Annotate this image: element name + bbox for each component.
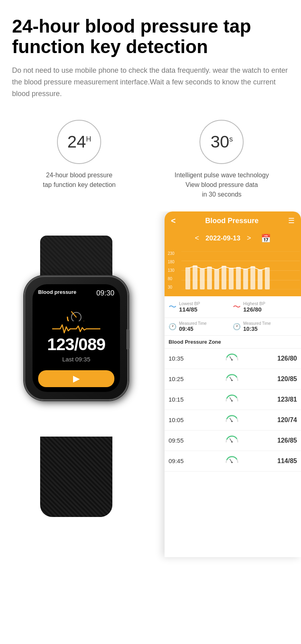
clock-icon-1: 🕐 <box>169 323 177 330</box>
bp-chart <box>181 251 300 289</box>
main-title: 24-hour blood pressure tap function key … <box>12 16 289 57</box>
watch-body: Blood pressure 09:30 <box>16 236 136 517</box>
gauge-icon <box>195 415 269 425</box>
clock-icon-2: 🕐 <box>233 323 241 330</box>
watch-play-button[interactable]: ▶ <box>38 370 114 387</box>
measured-value-2: 10:35 <box>243 326 271 332</box>
svg-rect-14 <box>229 268 234 289</box>
feature-24h-circle: 24H <box>57 120 101 164</box>
feature-30s-desc: Intelligent pulse wave technologyView bl… <box>175 170 269 199</box>
bp-row-time: 10:15 <box>169 396 195 403</box>
stat-lowest-content: Lowest BP 114/85 <box>179 301 200 313</box>
subtitle: Do not need to use mobile phone to check… <box>12 65 289 99</box>
svg-rect-11 <box>207 267 212 289</box>
gauge-svg <box>225 456 239 464</box>
chart-y-30: 30 <box>168 285 175 289</box>
watch-container: Blood pressure 09:30 <box>0 236 165 549</box>
bp-table-row: 10:35 126/80 <box>165 349 301 369</box>
bp-table-row: 10:15 123/81 <box>165 390 301 410</box>
bp-row-value: 120/74 <box>269 416 297 424</box>
bp-table-row: 10:25 120/85 <box>165 369 301 390</box>
stat-highest: 〜 Highest BP 126/80 <box>233 301 297 313</box>
feature-24h-number: 24H <box>67 132 92 152</box>
bp-row-time: 09:45 <box>169 457 195 464</box>
measured-item-2: 🕐 Measured Time 10:35 <box>233 321 297 332</box>
stat-highest-content: Highest BP 126/80 <box>243 301 265 313</box>
watch-case: Blood pressure 09:30 <box>24 276 128 400</box>
watch-strap-bottom <box>40 437 112 517</box>
chart-y-180: 180 <box>168 260 175 264</box>
feature-30s: 30s Intelligent pulse wave technologyVie… <box>153 120 290 199</box>
stat-highest-label: Highest BP <box>243 301 265 306</box>
gauge-svg <box>225 394 239 402</box>
app-date: 2022-09-13 <box>205 234 240 242</box>
svg-rect-13 <box>222 266 226 289</box>
svg-point-29 <box>231 441 233 443</box>
app-date-row: < 2022-09-13 > 📅 <box>165 230 301 248</box>
watch-bp-number: 123/089 <box>47 335 106 354</box>
gauge-icon <box>195 394 269 405</box>
svg-point-21 <box>231 359 233 361</box>
gauge-icon <box>195 456 269 466</box>
bp-row-value: 120/85 <box>269 375 297 383</box>
app-date-next[interactable]: > <box>247 234 251 242</box>
gauge-icon <box>195 353 269 364</box>
bp-row-value: 114/85 <box>269 457 297 465</box>
feature-30s-circle: 30s <box>199 120 244 164</box>
feature-24h: 24H 24-hour blood pressuretap function k… <box>11 120 148 190</box>
bp-row-time: 10:35 <box>169 355 195 362</box>
app-stats-row: 〜 Lowest BP 114/85 〜 Highest BP 126/80 <box>165 296 301 318</box>
measured-value-1: 09:45 <box>179 326 207 332</box>
app-chart-area: 230 180 130 80 30 <box>165 248 301 296</box>
svg-point-27 <box>231 420 233 422</box>
gauge-svg <box>225 353 239 361</box>
stat-lowest-value: 114/85 <box>179 306 200 313</box>
gauge-svg <box>225 435 239 443</box>
measured-item-1: 🕐 Measured Time 09:45 <box>169 321 233 332</box>
bp-row-time: 09:55 <box>169 437 195 444</box>
measured-content-1: Measured Time 09:45 <box>179 321 207 332</box>
watch-bp-display: 123/089 Last 09:35 <box>38 301 114 367</box>
wave-low-icon: 〜 <box>169 301 177 312</box>
bp-row-value: 126/80 <box>269 355 297 362</box>
feature-30s-number: 30s <box>211 132 233 152</box>
measured-label-2: Measured Time <box>243 321 271 326</box>
watch-wave-icon <box>52 323 100 335</box>
header-section: 24-hour blood pressure tap function key … <box>0 0 301 108</box>
app-measured-row: 🕐 Measured Time 09:45 🕐 Measured Time 10… <box>165 318 301 336</box>
svg-rect-10 <box>200 268 205 289</box>
watch-bp-label: Blood pressure <box>38 289 76 296</box>
svg-rect-19 <box>265 267 270 289</box>
svg-rect-16 <box>243 269 248 289</box>
svg-point-0 <box>67 308 85 321</box>
app-calendar-icon[interactable]: 📅 <box>261 234 271 243</box>
app-panel: < Blood Pressure ☰ < 2022-09-13 > 📅 230 … <box>165 211 301 557</box>
chart-y-labels: 230 180 130 80 30 <box>168 251 175 289</box>
bp-table-row: 09:45 114/85 <box>165 451 301 472</box>
measured-label-1: Measured Time <box>179 321 207 326</box>
gauge-svg <box>225 374 239 382</box>
chart-y-80: 80 <box>168 277 175 281</box>
features-section: 24H 24-hour blood pressuretap function k… <box>0 108 301 203</box>
svg-rect-12 <box>214 269 219 289</box>
svg-rect-8 <box>185 267 190 289</box>
stat-highest-value: 126/80 <box>243 306 265 313</box>
app-back-button[interactable]: < <box>171 216 176 226</box>
svg-point-25 <box>231 400 233 402</box>
measured-content-2: Measured Time 10:35 <box>243 321 271 332</box>
bp-zone-header: Blood Pressure Zone <box>165 336 301 349</box>
bp-row-time: 10:05 <box>169 416 195 423</box>
watch-screen-header: Blood pressure 09:30 <box>38 289 114 297</box>
app-date-prev[interactable]: < <box>195 234 199 242</box>
bp-table-row: 09:55 126/85 <box>165 431 301 451</box>
svg-rect-9 <box>193 265 197 289</box>
chart-y-130: 130 <box>168 268 175 273</box>
app-settings-icon[interactable]: ☰ <box>288 216 295 225</box>
bp-table-row: 10:05 120/74 <box>165 410 301 431</box>
gauge-svg <box>225 415 239 423</box>
gauge-icon <box>195 435 269 446</box>
wave-high-icon: 〜 <box>233 301 241 312</box>
watch-time: 09:30 <box>96 289 114 297</box>
app-title: Blood Pressure <box>205 217 258 225</box>
svg-rect-18 <box>258 269 262 289</box>
